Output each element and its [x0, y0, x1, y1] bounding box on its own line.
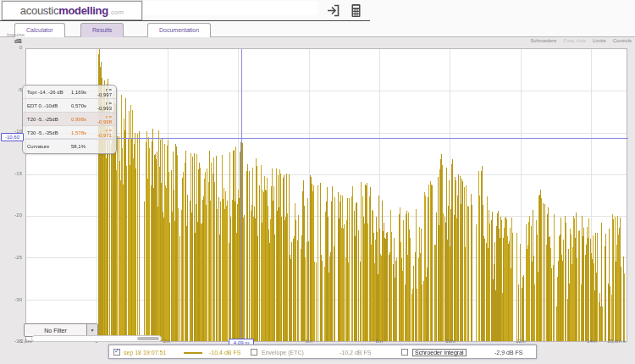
- tab-documentation[interactable]: Documentation: [147, 23, 211, 37]
- rt-row-curvature: Curvature 58,1%: [23, 140, 116, 153]
- cursor-vline: [241, 49, 242, 343]
- ytick: -25: [3, 255, 22, 260]
- import-icon[interactable]: [326, 3, 340, 18]
- app-window: acousticmodelling.com Calculator Results…: [0, 0, 635, 364]
- envelope-checkbox[interactable]: [251, 349, 257, 356]
- schroeder-label[interactable]: Schroeder Integral: [412, 349, 467, 356]
- envelope-label[interactable]: Envelope (ETC): [262, 350, 304, 356]
- schroeders-link[interactable]: Schroeders: [531, 38, 557, 43]
- header-divider: [0, 20, 370, 21]
- logo-text-modelling: modelling: [58, 4, 108, 17]
- ytick: -5: [3, 87, 22, 92]
- freq-axis-link[interactable]: Freq. Axis: [563, 38, 586, 43]
- logo[interactable]: acousticmodelling.com: [2, 1, 142, 20]
- legend-bar: ✓ sep 18 19:07:51 -10,4 dB FS Envelope (…: [108, 345, 537, 359]
- controls-link[interactable]: Controls: [613, 38, 632, 43]
- xtick: 10m: [433, 339, 467, 344]
- ytick: -30: [3, 297, 22, 302]
- calculator-icon[interactable]: [349, 3, 363, 18]
- xtick: 12m: [504, 339, 538, 344]
- rt-row-t30: T30 -5..-35dB 1,578s r = -0,971: [23, 126, 116, 140]
- y-axis-unit: dB: [14, 38, 22, 44]
- header-banner-strip: [143, 1, 318, 15]
- cursor-y-readout: -10,60: [1, 133, 24, 141]
- logo-text-tld: .com: [109, 8, 124, 16]
- xtick: 6m: [292, 339, 326, 344]
- xtick: 8m: [362, 339, 396, 344]
- top-bar: acousticmodelling.com: [0, 0, 635, 22]
- chart-title: Impulse: [7, 32, 25, 37]
- chart-links: Schroeders Freq. Axis Limits Controls: [531, 38, 632, 43]
- envelope-level: -10,2 dB FS: [340, 350, 371, 356]
- logo-text-acoustic: acoustic: [20, 4, 58, 17]
- chevron-down-icon[interactable]: ▼: [86, 324, 97, 336]
- limits-link[interactable]: Limits: [593, 38, 606, 43]
- rt-row-edt: EDT 0..-10dB 0,570s r = -0,993: [23, 99, 116, 113]
- measurement-checkbox[interactable]: ✓: [113, 349, 120, 356]
- ytick: 0: [3, 45, 22, 50]
- measurement-label[interactable]: sep 18 19:07:51: [124, 350, 166, 356]
- h-scrollbar[interactable]: [31, 335, 162, 342]
- xtick: 15,0m s: [599, 339, 633, 344]
- rt-row-t20: T20 -5..-25dB 0,998s r = -0,998: [23, 113, 116, 126]
- rt-results-tooltip: Topt -14..-26 dB 1,169s r = -0,997 EDT 0…: [22, 85, 117, 154]
- results-panel: Impulse Schroeders Freq. Axis Limits Con…: [0, 37, 635, 364]
- schroeder-checkbox[interactable]: [401, 349, 408, 356]
- ytick: -15: [3, 171, 22, 176]
- rt-row-topt: Topt -14..-26 dB 1,169s r = -0,997: [23, 85, 116, 99]
- measurement-level: -10,4 dB FS: [209, 350, 240, 356]
- ytick: -20: [3, 212, 22, 218]
- h-scrollbar-thumb[interactable]: [137, 337, 159, 340]
- series-line-swatch: [184, 352, 202, 354]
- filter-dropdown-value: No Filter: [25, 328, 86, 334]
- tab-strip: Calculator Results Documentation: [0, 22, 635, 37]
- schroeder-level: -2,9 dB FS: [494, 350, 522, 356]
- tab-results[interactable]: Results: [80, 23, 124, 37]
